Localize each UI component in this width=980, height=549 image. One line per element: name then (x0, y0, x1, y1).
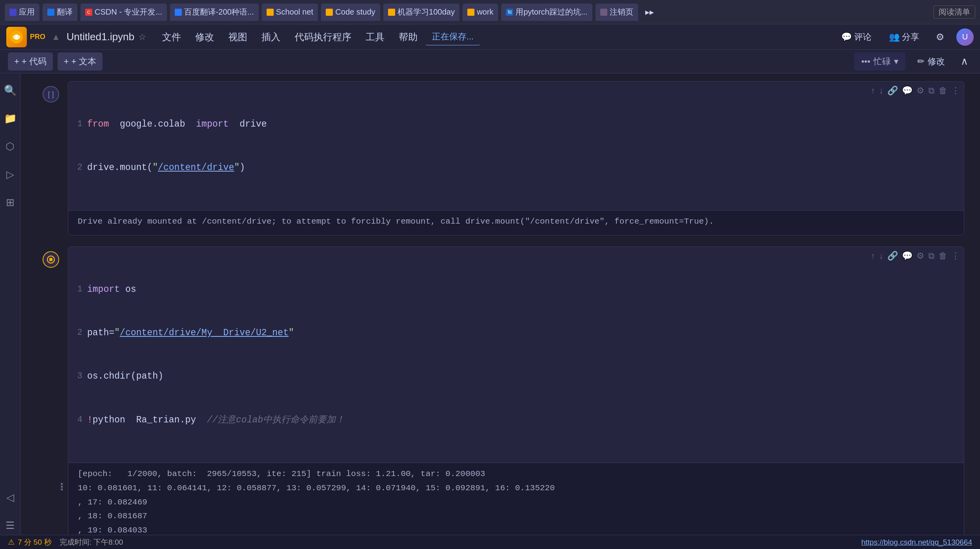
tab-logout-favicon (600, 9, 607, 16)
cell-2-up-icon[interactable]: ↑ (871, 251, 875, 261)
menu-runtime[interactable]: 代码执行程序 (288, 28, 358, 46)
status-link-area: https://blog.csdn.net/qq_5130664 (861, 538, 972, 547)
code-row-1: 1 from google.colab import drive (75, 117, 954, 132)
cell-2-down-icon[interactable]: ↓ (879, 251, 883, 261)
menu-file[interactable]: 文件 (156, 28, 187, 46)
avatar[interactable]: U (956, 28, 974, 46)
tab-ml100day[interactable]: 机器学习100day (383, 4, 460, 21)
cell-2-toolbar: ↑ ↓ 🔗 💬 ⚙ ⧉ 🗑 ⋮ (871, 251, 960, 261)
add-code-label: + 代码 (22, 56, 47, 67)
share-button[interactable]: 👥 分享 (884, 29, 924, 45)
sidebar-run-icon[interactable]: ▷ (3, 165, 17, 184)
code-row-c2-1: 1 import os (75, 282, 954, 297)
tab-csdn[interactable]: C CSDN - 专业开发... (80, 4, 167, 21)
sidebar-grid-icon[interactable]: ⊞ (3, 193, 18, 212)
tab-csdn-label: CSDN - 专业开发... (95, 7, 162, 17)
tab-apps-label: 应用 (19, 7, 35, 17)
tab-codestudy-label: Code study (335, 7, 375, 17)
menu-insert[interactable]: 插入 (255, 28, 287, 46)
plus-text-icon: + (64, 56, 69, 67)
main-area: 🔍 📁 ⬡ ▷ ⊞ ◁ ☰ [ ] ↑ ↓ 🔗 💬 ⚙ ⧉ 🗑 ⋮ (0, 73, 980, 535)
comment-icon: 💬 (841, 32, 852, 42)
cell-1-down-icon[interactable]: ↓ (879, 86, 883, 96)
edit-button[interactable]: ✏ 修改 (910, 52, 952, 71)
code-row-2: 2 drive.mount("/content/drive") (75, 161, 954, 175)
tab-translate-favicon (47, 9, 54, 16)
cell-1-comment-icon[interactable]: 💬 (902, 86, 913, 96)
collapse-button[interactable]: ∧ (957, 53, 972, 70)
cell-2-dots-menu[interactable]: ••• (57, 483, 66, 491)
code-row-c2-3: 3 os.chdir(path) (75, 369, 954, 384)
pro-badge: PRO (30, 33, 45, 41)
cell-2: ↑ ↓ 🔗 💬 ⚙ ⧉ 🗑 ⋮ ••• 1 import os (68, 246, 964, 535)
sidebar-search-icon[interactable]: 🔍 (1, 81, 20, 100)
notebook-toolbar: + + 代码 + + 文本 ••• 忙碌 ▾ ✏ 修改 ∧ (0, 50, 980, 73)
menu-tools[interactable]: 工具 (359, 28, 391, 46)
tab-codestudy-favicon (326, 9, 333, 16)
cell-1-settings-icon[interactable]: ⚙ (917, 86, 924, 96)
cell-2-run-button[interactable] (43, 251, 59, 268)
cell-2-copy-icon[interactable]: ⧉ (928, 251, 935, 261)
tab-work[interactable]: work (463, 4, 498, 21)
cell-2-settings-icon[interactable]: ⚙ (917, 251, 924, 261)
settings-icon[interactable]: ⚙ (932, 29, 948, 45)
tab-apps[interactable]: 应用 (5, 4, 39, 21)
left-sidebar: 🔍 📁 ⬡ ▷ ⊞ ◁ ☰ (0, 73, 21, 535)
tab-translate-label: 翻译 (57, 7, 73, 17)
tab-pytorch-favicon: 知 (506, 9, 513, 16)
pencil-icon: ✏ (917, 56, 924, 67)
menu-view[interactable]: 视图 (222, 28, 254, 46)
tab-logout-label: 注销页 (610, 7, 633, 17)
reading-list-btn[interactable]: 阅读清单 (933, 6, 975, 19)
cell-1-run-button[interactable]: [ ] (43, 86, 59, 103)
add-text-label: + 文本 (71, 56, 96, 67)
menu-items: 文件 修改 视图 插入 代码执行程序 工具 帮助 正在保存... (156, 28, 836, 46)
tab-pytorch[interactable]: 知 用pytorch踩过的坑... (501, 4, 592, 21)
sidebar-expand-icon[interactable]: ◁ (3, 488, 17, 507)
cell-2-link-icon[interactable]: 🔗 (887, 251, 898, 261)
status-link[interactable]: https://blog.csdn.net/qq_5130664 (861, 538, 972, 546)
tab-schoolnet-favicon (267, 9, 274, 16)
comment-button[interactable]: 💬 评论 (836, 29, 876, 45)
sidebar-files-icon[interactable]: 📁 (1, 109, 20, 128)
cell-1-delete-icon[interactable]: 🗑 (939, 86, 947, 96)
tabs-more-btn[interactable]: ▸▸ (641, 6, 658, 19)
sidebar-hex-icon[interactable]: ⬡ (2, 137, 18, 156)
cell-1-more-icon[interactable]: ⋮ (951, 86, 960, 96)
sidebar-bottom-icon[interactable]: ☰ (2, 516, 18, 535)
status-bar: ⚠ 7 分 50 秒 完成时间: 下午8:00 https://blog.csd… (0, 535, 980, 549)
cell-1-up-icon[interactable]: ↑ (871, 86, 875, 96)
plus-icon: + (14, 56, 19, 67)
colab-logo (6, 27, 27, 47)
cell-2-delete-icon[interactable]: 🗑 (939, 251, 947, 261)
tab-apps-favicon (9, 9, 17, 16)
tab-schoolnet[interactable]: School net (262, 4, 318, 21)
menu-help[interactable]: 帮助 (392, 28, 424, 46)
tab-pytorch-label: 用pytorch踩过的坑... (515, 7, 587, 17)
tab-csdn-favicon: C (85, 9, 92, 16)
cell-1-link-icon[interactable]: 🔗 (887, 86, 898, 96)
browser-right-area: 阅读清单 (933, 6, 975, 19)
add-code-button[interactable]: + + 代码 (8, 52, 53, 71)
file-title[interactable]: Untitled1.ipynb (67, 31, 134, 43)
cell-2-code[interactable]: 1 import os 2 path="/content/drive/My Dr… (68, 247, 964, 463)
cell-2-more-icon[interactable]: ⋮ (951, 251, 960, 261)
tab-translate[interactable]: 翻译 (43, 4, 77, 21)
cell-1-code[interactable]: 1 from google.colab import drive 2 drive… (68, 82, 964, 210)
add-text-button[interactable]: + + 文本 (58, 52, 103, 71)
cell-1-copy-icon[interactable]: ⧉ (928, 86, 935, 96)
star-icon[interactable]: ☆ (138, 32, 146, 42)
tab-baidu[interactable]: 百度翻译-200种语... (170, 4, 259, 21)
completion-time: 完成时间: 下午8:00 (60, 537, 123, 547)
cell-2-comment-icon[interactable]: 💬 (902, 251, 913, 261)
cell-1-output: Drive already mounted at /content/drive;… (68, 210, 964, 235)
browser-tab-bar: 应用 翻译 C CSDN - 专业开发... 百度翻译-200种语... Sch… (0, 0, 980, 24)
tab-logout[interactable]: 注销页 (595, 4, 638, 21)
menu-right: 💬 评论 👥 分享 ⚙ U (836, 28, 974, 46)
busy-button[interactable]: ••• 忙碌 ▾ (854, 52, 905, 71)
menu-edit[interactable]: 修改 (189, 28, 220, 46)
comment-label: 评论 (854, 31, 872, 43)
busy-label: 忙碌 (874, 56, 891, 67)
tab-codestudy[interactable]: Code study (321, 4, 380, 21)
code-row-c2-2: 2 path="/content/drive/My Drive/U2_net" (75, 326, 954, 340)
